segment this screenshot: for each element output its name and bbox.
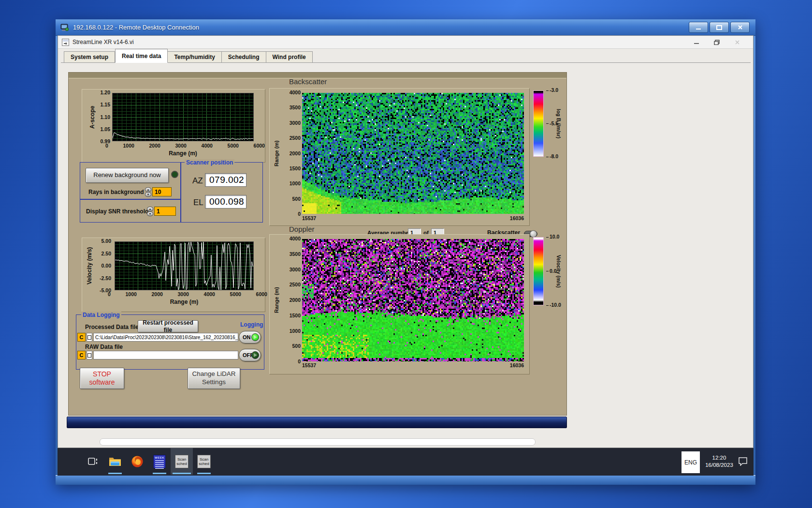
raw-logging-off-button[interactable]: OFF — [239, 349, 261, 361]
tick-label: 1500 — [290, 313, 301, 318]
snr-value-field[interactable]: 1 — [154, 207, 176, 216]
tick-label: 1000 — [290, 181, 301, 186]
tick-label: 4000 — [202, 143, 213, 149]
data-logging-title: Data Logging — [81, 312, 121, 318]
logging-on-led — [251, 333, 259, 341]
app-window-controls — [689, 38, 744, 46]
change-settings-line2: Settings — [202, 378, 226, 387]
rays-value-field[interactable]: 10 — [152, 187, 172, 196]
remote-desktop: StreamLine XR v14-6.vi System setup Real… — [58, 35, 754, 476]
language-indicator[interactable]: ENG — [682, 451, 700, 473]
week-schedule-icon: WEEK — [153, 455, 166, 468]
snr-threshold-label: Display SNR threshold — [86, 208, 148, 215]
scan-scheduler-2-icon: Scan sched — [197, 455, 211, 468]
tick-label: 1500 — [290, 166, 301, 171]
rays-spinner[interactable]: ▲▼ — [145, 187, 151, 196]
task-view-icon — [87, 456, 99, 467]
task-view-button[interactable] — [82, 448, 104, 475]
stop-label-line1: STOP — [93, 370, 111, 379]
processed-path-type-button[interactable]: C — [77, 333, 86, 342]
backscatter-y-axis-label: Range (m) — [274, 93, 279, 214]
ascope-x-ticks: 0100020003000400050006000 — [105, 143, 265, 149]
tick-label: 4000 — [290, 236, 301, 241]
logging-off-led — [251, 351, 259, 359]
rdp-close-button[interactable] — [730, 22, 750, 33]
week-schedule-button[interactable]: WEEK — [148, 448, 171, 475]
tab-wind-profile[interactable]: Wind profile — [266, 51, 313, 63]
tick-label: 2000 — [290, 151, 301, 156]
firefox-button[interactable] — [126, 448, 148, 475]
change-lidar-settings-button[interactable]: Change LiDAR Settings — [188, 368, 240, 389]
tick-label: 6000 — [254, 143, 265, 149]
tick-label: 1.05 — [101, 127, 110, 132]
rdp-window-controls — [689, 22, 750, 33]
tick-label: 1000 — [126, 292, 137, 297]
app-restore-button[interactable] — [710, 38, 724, 46]
front-panel: A-scope 1.201.151.101.050.99 01000200030… — [68, 72, 567, 416]
tick-label: 0 — [298, 211, 301, 217]
tick-label: 3000 — [175, 143, 187, 149]
az-label: AZ — [192, 176, 203, 186]
tab-system-setup[interactable]: System setup — [64, 51, 115, 63]
running-indicator — [153, 473, 166, 474]
raw-path-field[interactable] — [93, 351, 238, 359]
tick-label: 2000 — [152, 292, 163, 297]
horizontal-scrollbar[interactable] — [100, 438, 536, 446]
drive-letter: C — [80, 352, 84, 358]
ascope-plot-canvas — [112, 93, 254, 141]
tick-label: 1000 — [290, 329, 301, 334]
renew-background-button[interactable]: Renew background now — [86, 168, 169, 183]
rdp-titlebar[interactable]: 192.168.0.122 - Remote Desktop Connectio… — [56, 19, 755, 36]
doppler-colorbar — [533, 237, 544, 305]
az-indicator: 079.002 — [205, 173, 246, 187]
rdp-maximize-button[interactable] — [710, 22, 729, 33]
scan-scheduler-icon: Scan sched — [175, 455, 188, 468]
app-minimize-button[interactable] — [689, 38, 704, 46]
tab-label: Real time data — [122, 53, 161, 60]
taskbar-clock[interactable]: 12:20 16/08/2023 — [702, 454, 736, 469]
tick-label: 2000 — [290, 298, 301, 303]
scan-scheduler-2-button[interactable]: Scan sched — [193, 448, 215, 475]
tick-label: 6000 — [256, 292, 267, 297]
scan-scheduler-button[interactable]: Scan sched — [171, 448, 193, 475]
tick-label: 4000 — [204, 292, 215, 297]
clock-date: 16/08/2023 — [702, 462, 736, 469]
processed-path-value: C:\Lidar\Data\Proc\2023\202308\20230816\… — [95, 335, 238, 340]
doppler-colorbar-label: Velocity (m/s) — [556, 237, 562, 305]
tick-label: 3500 — [290, 105, 301, 110]
processed-path-field[interactable]: C:\Lidar\Data\Proc\2023\202308\20230816\… — [93, 333, 238, 342]
tick-label: 500 — [292, 196, 301, 202]
tab-real-time-data[interactable]: Real time data — [115, 49, 168, 63]
labview-vi-icon — [62, 39, 69, 46]
tick-label: 0 — [298, 359, 301, 364]
restart-processed-file-button[interactable]: Restart processed file — [138, 320, 198, 332]
processed-logging-on-button[interactable]: ON — [239, 331, 261, 344]
tab-scheduling[interactable]: Scheduling — [222, 51, 266, 63]
rdp-minimize-button[interactable] — [689, 22, 708, 33]
rdp-icon — [60, 24, 69, 31]
app-titlebar[interactable]: StreamLine XR v14-6.vi — [58, 36, 753, 49]
scan-icon-line1: Scan — [177, 457, 186, 462]
rays-in-background-label: Rays in background — [88, 189, 144, 195]
doppler-y-ticks: 40003500300025002000150010005000 — [284, 236, 301, 364]
stop-software-button[interactable]: STOP software — [80, 368, 124, 389]
app-close-button[interactable] — [730, 38, 744, 46]
raw-path-browse-button[interactable] — [87, 351, 92, 359]
tick-label: 3000 — [290, 267, 301, 272]
panel-bottom-decoration — [67, 417, 567, 428]
tick-label: 3500 — [290, 252, 301, 257]
scan-icon-line2: sched — [176, 462, 187, 466]
doppler-heatmap-canvas — [302, 239, 524, 361]
file-explorer-button[interactable] — [104, 448, 126, 475]
tab-label: Scheduling — [228, 54, 260, 60]
tab-temp-humidity[interactable]: Temp/humidity — [168, 51, 221, 63]
raw-path-type-button[interactable]: C — [77, 351, 86, 359]
tick-label: 2.50 — [102, 251, 111, 256]
snr-spinner[interactable]: ▲▼ — [147, 207, 153, 216]
tick-label: 16036 — [510, 363, 524, 368]
tick-label: -2.50 — [100, 276, 111, 281]
action-center-button[interactable] — [738, 457, 748, 468]
processed-path-browse-button[interactable] — [87, 333, 92, 342]
running-indicator — [108, 473, 122, 474]
el-indicator: 000.098 — [205, 195, 246, 209]
